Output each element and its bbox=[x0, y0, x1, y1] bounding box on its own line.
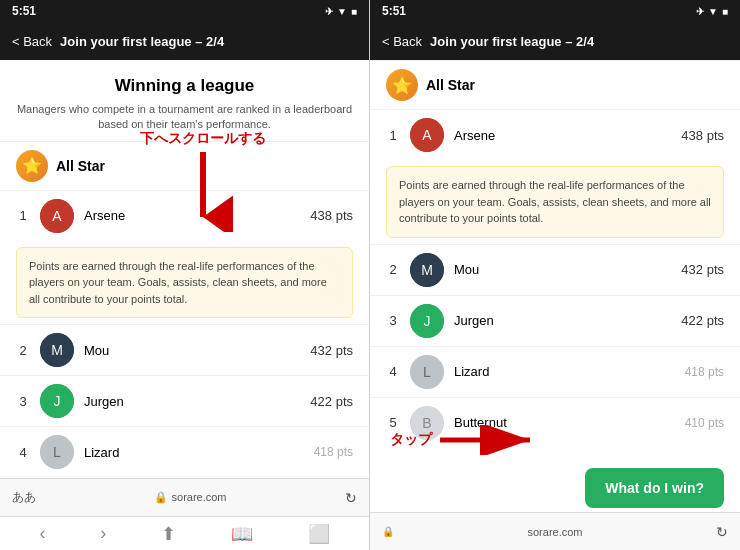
avatar-arsene-left: A bbox=[40, 199, 74, 233]
player-row-2-left: 2 M Mou 432 pts bbox=[0, 324, 369, 375]
cta-section: What do I win? bbox=[370, 460, 740, 512]
url-lock-icon-right: 🔒 bbox=[382, 526, 394, 537]
player-pts-4-right: 418 pts bbox=[685, 365, 724, 379]
svg-text:J: J bbox=[424, 313, 431, 329]
player-row-4-left: 4 L Lizard 418 pts bbox=[0, 426, 369, 477]
player-name-5-right: Butternut bbox=[454, 415, 675, 430]
bottom-bar-left: ああ 🔒 sorare.com ↻ bbox=[0, 478, 369, 516]
info-box-left: Points are earned through the real-life … bbox=[16, 247, 353, 319]
right-content: ⭐ All Star 1 A Arsene 438 pts Points are… bbox=[370, 60, 740, 460]
svg-text:J: J bbox=[54, 393, 61, 409]
avatar-lizard-right: L bbox=[410, 355, 444, 389]
avatar-arsene-right: A bbox=[410, 118, 444, 152]
svg-text:A: A bbox=[422, 127, 432, 143]
status-icons-right: ✈ ▼ ■ bbox=[696, 6, 728, 17]
rank-1-left: 1 bbox=[16, 208, 30, 223]
status-bar-right: 5:51 ✈ ▼ ■ bbox=[370, 0, 740, 22]
url-domain-left: 🔒 sorare.com bbox=[154, 491, 226, 504]
back-button-right[interactable]: < Back bbox=[382, 34, 422, 49]
nav-share-icon-left[interactable]: ⬆ bbox=[161, 523, 176, 545]
player-pts-3-right: 422 pts bbox=[681, 313, 724, 328]
nav-forward-icon-left[interactable]: › bbox=[100, 523, 106, 544]
left-content: Winning a league Managers who compete in… bbox=[0, 60, 369, 478]
svg-text:L: L bbox=[423, 364, 431, 380]
rank-2-right: 2 bbox=[386, 262, 400, 277]
nav-tabs-icon-left[interactable]: ⬜ bbox=[308, 523, 330, 545]
player-row-3-right: 3 J Jurgen 422 pts bbox=[370, 295, 740, 346]
rank-5-right: 5 bbox=[386, 415, 400, 430]
svg-text:B: B bbox=[422, 415, 431, 431]
player-pts-3-left: 422 pts bbox=[310, 394, 353, 409]
nav-bar-left: < Back Join your first league – 2/4 bbox=[0, 22, 369, 60]
svg-text:M: M bbox=[421, 262, 433, 278]
page-description: Managers who compete in a tournament are… bbox=[16, 102, 353, 133]
time-left: 5:51 bbox=[12, 4, 36, 18]
league-name-left: All Star bbox=[56, 158, 105, 174]
league-name-right: All Star bbox=[426, 77, 475, 93]
info-box-text-left: Points are earned through the real-life … bbox=[29, 260, 327, 305]
player-row-1-left: 1 A Arsene 438 pts bbox=[0, 190, 369, 241]
svg-text:L: L bbox=[53, 444, 61, 460]
rank-1-right: 1 bbox=[386, 128, 400, 143]
back-button-left[interactable]: < Back bbox=[12, 34, 52, 49]
left-phone: 5:51 ✈ ▼ ■ < Back Join your first league… bbox=[0, 0, 370, 550]
nav-title-left: Join your first league – 2/4 bbox=[60, 34, 357, 49]
player-pts-5-right: 410 pts bbox=[685, 416, 724, 430]
page-title-section: Winning a league Managers who compete in… bbox=[0, 60, 369, 141]
bottom-nav-left: ‹ › ⬆ 📖 ⬜ bbox=[0, 516, 369, 550]
player-name-1-left: Arsene bbox=[84, 208, 300, 223]
player-name-4-left: Lizard bbox=[84, 445, 304, 460]
refresh-icon-right[interactable]: ↻ bbox=[716, 524, 728, 540]
avatar-mou-right: M bbox=[410, 253, 444, 287]
avatar-jurgen-right: J bbox=[410, 304, 444, 338]
nav-title-right: Join your first league – 2/4 bbox=[430, 34, 728, 49]
rank-4-left: 4 bbox=[16, 445, 30, 460]
nav-bar-right: < Back Join your first league – 2/4 bbox=[370, 22, 740, 60]
url-domain-right: sorare.com bbox=[527, 526, 582, 538]
rank-2-left: 2 bbox=[16, 343, 30, 358]
player-pts-4-left: 418 pts bbox=[314, 445, 353, 459]
bottom-bar-right: 🔒 sorare.com ↻ bbox=[370, 512, 740, 550]
rank-3-left: 3 bbox=[16, 394, 30, 409]
player-pts-2-left: 432 pts bbox=[310, 343, 353, 358]
svg-text:A: A bbox=[52, 208, 62, 224]
league-icon-left: ⭐ bbox=[16, 150, 48, 182]
time-right: 5:51 bbox=[382, 4, 406, 18]
info-box-text-right: Points are earned through the real-life … bbox=[399, 179, 711, 224]
nav-bookmarks-icon-left[interactable]: 📖 bbox=[231, 523, 253, 545]
avatar-mou-left: M bbox=[40, 333, 74, 367]
league-icon-right: ⭐ bbox=[386, 69, 418, 101]
info-box-right: Points are earned through the real-life … bbox=[386, 166, 724, 238]
player-row-4-right: 4 L Lizard 418 pts bbox=[370, 346, 740, 397]
player-row-2-right: 2 M Mou 432 pts bbox=[370, 244, 740, 295]
player-row-3-left: 3 J Jurgen 422 pts bbox=[0, 375, 369, 426]
player-name-2-right: Mou bbox=[454, 262, 671, 277]
player-row-1-right: 1 A Arsene 438 pts bbox=[370, 109, 740, 160]
nav-back-icon-left[interactable]: ‹ bbox=[39, 523, 45, 544]
league-header-left: ⭐ All Star bbox=[0, 141, 369, 190]
player-name-1-right: Arsene bbox=[454, 128, 671, 143]
avatar-jurgen-left: J bbox=[40, 384, 74, 418]
right-phone: 5:51 ✈ ▼ ■ < Back Join your first league… bbox=[370, 0, 740, 550]
player-pts-2-right: 432 pts bbox=[681, 262, 724, 277]
avatar-butternut-right: B bbox=[410, 406, 444, 440]
player-name-3-left: Jurgen bbox=[84, 394, 300, 409]
status-icons-left: ✈ ▼ ■ bbox=[325, 6, 357, 17]
rank-4-right: 4 bbox=[386, 364, 400, 379]
player-name-4-right: Lizard bbox=[454, 364, 675, 379]
rank-3-right: 3 bbox=[386, 313, 400, 328]
player-name-3-right: Jurgen bbox=[454, 313, 671, 328]
league-header-right: ⭐ All Star bbox=[370, 60, 740, 109]
player-name-2-left: Mou bbox=[84, 343, 300, 358]
player-pts-1-left: 438 pts bbox=[310, 208, 353, 223]
page-heading: Winning a league bbox=[16, 76, 353, 96]
svg-text:M: M bbox=[51, 342, 63, 358]
avatar-lizard-left: L bbox=[40, 435, 74, 469]
refresh-icon-left[interactable]: ↻ bbox=[345, 490, 357, 506]
url-text-left: ああ bbox=[12, 489, 36, 506]
what-do-i-win-button[interactable]: What do I win? bbox=[585, 468, 724, 508]
player-pts-1-right: 438 pts bbox=[681, 128, 724, 143]
status-bar-left: 5:51 ✈ ▼ ■ bbox=[0, 0, 369, 22]
player-row-5-right: 5 B Butternut 410 pts bbox=[370, 397, 740, 448]
